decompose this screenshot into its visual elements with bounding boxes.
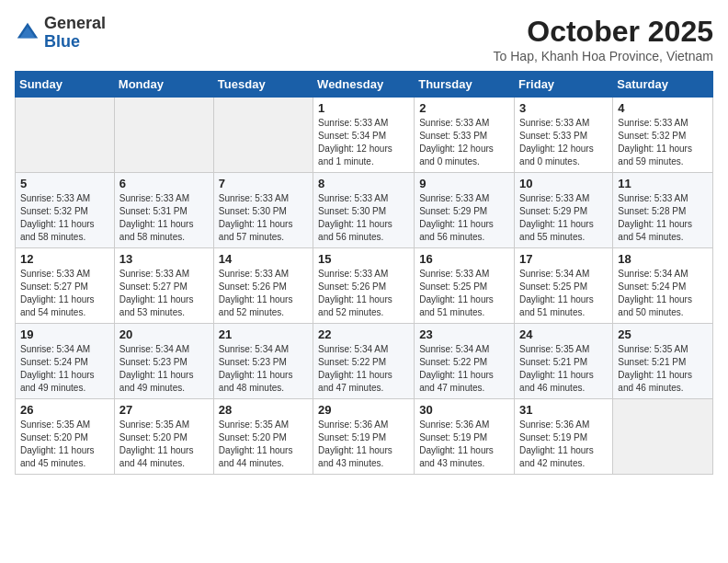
day-number: 12 [20, 252, 109, 266]
day-info: Sunrise: 5:33 AM Sunset: 5:29 PM Dayligh… [419, 192, 509, 244]
calendar-cell: 14Sunrise: 5:33 AM Sunset: 5:26 PM Dayli… [213, 248, 313, 324]
day-number: 17 [519, 252, 608, 266]
day-number: 15 [318, 252, 409, 266]
calendar-cell: 29Sunrise: 5:36 AM Sunset: 5:19 PM Dayli… [313, 399, 415, 475]
day-number: 7 [219, 177, 308, 190]
logo-general: General [44, 14, 106, 32]
day-info: Sunrise: 5:35 AM Sunset: 5:20 PM Dayligh… [20, 419, 109, 470]
calendar-cell: 6Sunrise: 5:33 AM Sunset: 5:31 PM Daylig… [114, 173, 213, 248]
calendar-cell: 28Sunrise: 5:35 AM Sunset: 5:20 PM Dayli… [213, 399, 313, 475]
day-number: 26 [20, 403, 109, 417]
calendar-cell: 20Sunrise: 5:34 AM Sunset: 5:23 PM Dayli… [114, 324, 213, 399]
calendar-week-row: 26Sunrise: 5:35 AM Sunset: 5:20 PM Dayli… [16, 399, 713, 475]
day-info: Sunrise: 5:33 AM Sunset: 5:31 PM Dayligh… [119, 192, 209, 244]
title-block: October 2025 To Hap, Khanh Hoa Province,… [494, 15, 713, 63]
day-number: 14 [219, 252, 308, 266]
day-number: 8 [318, 177, 409, 190]
calendar-week-row: 19Sunrise: 5:34 AM Sunset: 5:24 PM Dayli… [16, 324, 713, 399]
day-number: 6 [119, 177, 209, 190]
logo-icon [15, 20, 40, 46]
calendar-cell: 24Sunrise: 5:35 AM Sunset: 5:21 PM Dayli… [515, 324, 613, 399]
calendar-cell: 8Sunrise: 5:33 AM Sunset: 5:30 PM Daylig… [313, 173, 415, 248]
day-info: Sunrise: 5:33 AM Sunset: 5:28 PM Dayligh… [618, 192, 708, 244]
day-info: Sunrise: 5:33 AM Sunset: 5:29 PM Dayligh… [519, 192, 608, 244]
day-number: 27 [119, 403, 209, 417]
day-info: Sunrise: 5:33 AM Sunset: 5:33 PM Dayligh… [519, 117, 608, 168]
day-number: 31 [519, 403, 608, 417]
day-number: 1 [318, 101, 409, 115]
day-number: 10 [519, 177, 608, 190]
calendar-cell: 23Sunrise: 5:34 AM Sunset: 5:22 PM Dayli… [415, 324, 515, 399]
weekday-header: Sunday [16, 72, 115, 98]
day-number: 2 [419, 101, 509, 115]
calendar-week-row: 5Sunrise: 5:33 AM Sunset: 5:32 PM Daylig… [16, 173, 713, 248]
calendar-cell: 26Sunrise: 5:35 AM Sunset: 5:20 PM Dayli… [16, 399, 115, 475]
calendar-cell: 17Sunrise: 5:34 AM Sunset: 5:25 PM Dayli… [515, 248, 613, 324]
calendar-cell: 25Sunrise: 5:35 AM Sunset: 5:21 PM Dayli… [613, 324, 713, 399]
day-number: 25 [618, 327, 708, 341]
weekday-header: Saturday [613, 72, 713, 98]
day-number: 16 [419, 252, 509, 266]
day-number: 28 [219, 403, 308, 417]
day-number: 3 [519, 101, 608, 115]
day-info: Sunrise: 5:36 AM Sunset: 5:19 PM Dayligh… [519, 419, 608, 470]
calendar-cell: 27Sunrise: 5:35 AM Sunset: 5:20 PM Dayli… [114, 399, 213, 475]
day-info: Sunrise: 5:34 AM Sunset: 5:25 PM Dayligh… [519, 268, 608, 319]
day-number: 29 [318, 403, 409, 417]
day-number: 9 [419, 177, 509, 190]
day-info: Sunrise: 5:34 AM Sunset: 5:22 PM Dayligh… [419, 343, 509, 395]
calendar-cell: 19Sunrise: 5:34 AM Sunset: 5:24 PM Dayli… [16, 324, 115, 399]
calendar-cell: 18Sunrise: 5:34 AM Sunset: 5:24 PM Dayli… [613, 248, 713, 324]
day-info: Sunrise: 5:35 AM Sunset: 5:21 PM Dayligh… [618, 343, 708, 395]
day-info: Sunrise: 5:33 AM Sunset: 5:27 PM Dayligh… [20, 268, 109, 319]
day-info: Sunrise: 5:34 AM Sunset: 5:24 PM Dayligh… [20, 343, 109, 395]
calendar-cell [114, 98, 213, 173]
calendar-cell: 1Sunrise: 5:33 AM Sunset: 5:34 PM Daylig… [313, 98, 415, 173]
day-info: Sunrise: 5:33 AM Sunset: 5:30 PM Dayligh… [318, 192, 409, 244]
day-info: Sunrise: 5:33 AM Sunset: 5:26 PM Dayligh… [318, 268, 409, 319]
day-info: Sunrise: 5:34 AM Sunset: 5:23 PM Dayligh… [119, 343, 209, 395]
day-info: Sunrise: 5:34 AM Sunset: 5:22 PM Dayligh… [318, 343, 409, 395]
day-info: Sunrise: 5:36 AM Sunset: 5:19 PM Dayligh… [419, 419, 509, 470]
day-info: Sunrise: 5:33 AM Sunset: 5:25 PM Dayligh… [419, 268, 509, 319]
day-info: Sunrise: 5:33 AM Sunset: 5:32 PM Dayligh… [618, 117, 708, 168]
day-number: 13 [119, 252, 209, 266]
calendar-cell: 7Sunrise: 5:33 AM Sunset: 5:30 PM Daylig… [213, 173, 313, 248]
day-info: Sunrise: 5:33 AM Sunset: 5:33 PM Dayligh… [419, 117, 509, 168]
weekday-header: Wednesday [313, 72, 415, 98]
calendar-cell: 4Sunrise: 5:33 AM Sunset: 5:32 PM Daylig… [613, 98, 713, 173]
calendar-cell: 2Sunrise: 5:33 AM Sunset: 5:33 PM Daylig… [415, 98, 515, 173]
calendar-cell [213, 98, 313, 173]
weekday-header: Monday [114, 72, 213, 98]
calendar-week-row: 1Sunrise: 5:33 AM Sunset: 5:34 PM Daylig… [16, 98, 713, 173]
calendar-cell: 31Sunrise: 5:36 AM Sunset: 5:19 PM Dayli… [515, 399, 613, 475]
day-number: 18 [618, 252, 708, 266]
day-info: Sunrise: 5:33 AM Sunset: 5:26 PM Dayligh… [219, 268, 308, 319]
day-number: 5 [20, 177, 109, 190]
calendar-cell: 11Sunrise: 5:33 AM Sunset: 5:28 PM Dayli… [613, 173, 713, 248]
calendar-table: SundayMondayTuesdayWednesdayThursdayFrid… [15, 71, 713, 475]
day-info: Sunrise: 5:33 AM Sunset: 5:27 PM Dayligh… [119, 268, 209, 319]
calendar-cell: 10Sunrise: 5:33 AM Sunset: 5:29 PM Dayli… [515, 173, 613, 248]
location: To Hap, Khanh Hoa Province, Vietnam [494, 49, 713, 63]
calendar-week-row: 12Sunrise: 5:33 AM Sunset: 5:27 PM Dayli… [16, 248, 713, 324]
day-info: Sunrise: 5:34 AM Sunset: 5:23 PM Dayligh… [219, 343, 308, 395]
day-number: 24 [519, 327, 608, 341]
day-info: Sunrise: 5:33 AM Sunset: 5:34 PM Dayligh… [318, 117, 409, 168]
weekday-header: Thursday [415, 72, 515, 98]
day-number: 19 [20, 327, 109, 341]
month-title: October 2025 [494, 15, 713, 49]
day-info: Sunrise: 5:35 AM Sunset: 5:21 PM Dayligh… [519, 343, 608, 395]
day-info: Sunrise: 5:35 AM Sunset: 5:20 PM Dayligh… [219, 419, 308, 470]
day-info: Sunrise: 5:34 AM Sunset: 5:24 PM Dayligh… [618, 268, 708, 319]
calendar-cell: 22Sunrise: 5:34 AM Sunset: 5:22 PM Dayli… [313, 324, 415, 399]
day-number: 23 [419, 327, 509, 341]
logo: General Blue [15, 15, 106, 52]
day-number: 22 [318, 327, 409, 341]
calendar-cell [613, 399, 713, 475]
calendar-cell: 21Sunrise: 5:34 AM Sunset: 5:23 PM Dayli… [213, 324, 313, 399]
day-number: 30 [419, 403, 509, 417]
logo-text: General Blue [44, 15, 106, 52]
calendar-cell: 15Sunrise: 5:33 AM Sunset: 5:26 PM Dayli… [313, 248, 415, 324]
calendar-cell: 13Sunrise: 5:33 AM Sunset: 5:27 PM Dayli… [114, 248, 213, 324]
